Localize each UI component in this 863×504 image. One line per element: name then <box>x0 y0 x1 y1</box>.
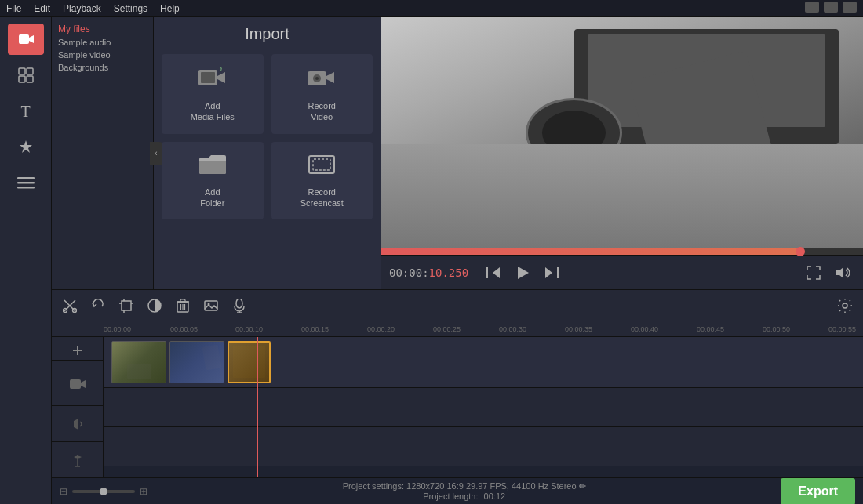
video-track[interactable] <box>104 337 863 388</box>
svg-rect-7 <box>17 182 35 184</box>
ruler-tick-10: 00:00:10 <box>235 325 263 333</box>
svg-rect-4 <box>19 76 25 82</box>
video-preview <box>381 17 863 248</box>
audio-track-1[interactable] <box>104 388 863 427</box>
add-folder-button[interactable]: AddFolder <box>162 142 264 220</box>
svg-rect-20 <box>486 267 488 278</box>
collapse-panel-button[interactable]: ‹ <box>150 142 162 165</box>
file-tree: My files Sample audio Sample video Backg… <box>52 17 154 289</box>
svg-marker-14 <box>326 72 334 83</box>
ruler-tick-15: 00:00:15 <box>301 325 329 333</box>
youtube-icon[interactable] <box>805 2 819 13</box>
svg-rect-0 <box>19 34 29 44</box>
svg-text:♪: ♪ <box>219 65 223 73</box>
ruler-tick-55: 00:00:55 <box>828 325 856 333</box>
file-tree-item-video[interactable]: Sample video <box>58 50 147 60</box>
progress-thumb[interactable] <box>796 247 805 256</box>
svg-rect-2 <box>19 68 25 74</box>
progress-bar[interactable] <box>381 248 863 255</box>
svg-rect-5 <box>27 76 33 82</box>
delete-tool[interactable] <box>171 294 195 317</box>
sidebar-btn-text[interactable]: T <box>8 96 44 127</box>
ruler-tick-5: 00:00:05 <box>170 325 198 333</box>
add-folder-icon <box>198 153 228 182</box>
social-icons <box>805 2 857 13</box>
menu-settings[interactable]: Settings <box>114 3 147 14</box>
video-clip-1[interactable] <box>111 341 166 383</box>
timeline-track-icons <box>52 337 104 477</box>
ruler-inner: 00:00:00 00:00:05 00:00:10 00:00:15 00:0… <box>104 321 863 337</box>
ruler-tick-45: 00:00:45 <box>697 325 724 333</box>
file-tree-item-audio[interactable]: Sample audio <box>58 38 147 47</box>
menu-help[interactable]: Help <box>160 3 180 14</box>
color-tool[interactable] <box>143 294 166 317</box>
file-tree-item-backgrounds[interactable]: Backgrounds <box>58 63 147 72</box>
status-info: Project settings: 1280x720 16:9 29.97 FP… <box>147 481 781 501</box>
image-tool[interactable] <box>199 294 223 317</box>
menu-bar: File Edit Playback Settings Help <box>0 0 863 17</box>
svg-marker-21 <box>518 267 529 279</box>
skip-back-button[interactable] <box>481 261 504 285</box>
scale-min-icon[interactable]: ⊟ <box>60 486 67 497</box>
scale-control: ⊟ ⊞ <box>60 486 147 497</box>
svg-point-16 <box>315 77 319 80</box>
share-icon[interactable] <box>843 2 857 13</box>
track-icon-video <box>52 362 103 406</box>
svg-marker-24 <box>836 267 843 278</box>
ruler-tick-25: 00:00:25 <box>433 325 461 333</box>
cut-tool[interactable] <box>58 294 82 317</box>
settings-tool[interactable] <box>833 294 857 317</box>
track-content <box>104 337 863 477</box>
ruler-tick-50: 00:00:50 <box>763 325 790 333</box>
timeline-toolbar <box>52 290 863 321</box>
video-clip-3[interactable] <box>228 341 271 383</box>
sidebar-btn-more[interactable] <box>8 168 44 199</box>
svg-rect-23 <box>557 267 559 278</box>
svg-rect-49 <box>70 379 81 389</box>
crop-tool[interactable] <box>115 294 138 317</box>
undo-tool[interactable] <box>86 294 110 317</box>
sidebar-btn-video[interactable] <box>8 24 44 55</box>
main-layout: T My files Sample audio Sample video Bac… <box>0 17 863 504</box>
export-button[interactable]: Export <box>781 478 855 505</box>
menu-playback[interactable]: Playback <box>63 3 101 14</box>
project-settings-label: Project settings: <box>343 481 404 491</box>
track-icon-audio2 <box>52 444 103 477</box>
file-tree-root[interactable]: My files <box>58 24 147 34</box>
time-highlight: 10.250 <box>429 267 469 279</box>
import-panel: My files Sample audio Sample video Backg… <box>52 17 381 289</box>
skip-forward-button[interactable] <box>541 261 564 285</box>
add-media-files-button[interactable]: ♪ AddMedia Files <box>162 54 264 134</box>
top-section: My files Sample audio Sample video Backg… <box>52 17 863 289</box>
record-video-button[interactable]: RecordVideo <box>271 54 373 134</box>
record-video-icon <box>306 65 337 96</box>
facebook-icon[interactable] <box>824 2 838 13</box>
add-folder-label: AddFolder <box>200 187 224 209</box>
playhead <box>257 337 258 477</box>
video-clip-2[interactable] <box>169 341 224 383</box>
scale-max-icon[interactable]: ⊞ <box>140 486 147 497</box>
sidebar-btn-multicam[interactable] <box>8 60 44 91</box>
audio-track-2[interactable] <box>104 427 863 466</box>
scale-slider[interactable] <box>72 490 135 493</box>
ruler-tick-40: 00:00:40 <box>631 325 658 333</box>
menu-edit[interactable]: Edit <box>34 3 50 14</box>
sidebar-btn-effects[interactable] <box>8 132 44 163</box>
svg-marker-11 <box>217 72 225 83</box>
ruler-tick-35: 00:00:35 <box>565 325 592 333</box>
import-grid: ♪ AddMedia Files <box>162 54 373 219</box>
timeline-tracks <box>52 337 863 477</box>
fullscreen-button[interactable] <box>802 261 825 285</box>
svg-point-43 <box>236 299 242 308</box>
audio-tool[interactable] <box>228 294 251 317</box>
play-button[interactable] <box>511 261 534 285</box>
track-icon-audio1 <box>52 408 103 441</box>
svg-marker-19 <box>493 267 500 278</box>
record-video-label: RecordVideo <box>308 100 336 123</box>
volume-button[interactable] <box>832 261 855 285</box>
time-static: 00:00: <box>389 267 429 279</box>
edit-settings-icon[interactable]: ✏ <box>579 481 586 491</box>
menu-file[interactable]: File <box>6 3 21 14</box>
record-screencast-button[interactable]: RecordScreencast <box>271 142 373 220</box>
record-screencast-label: RecordScreencast <box>300 187 344 209</box>
